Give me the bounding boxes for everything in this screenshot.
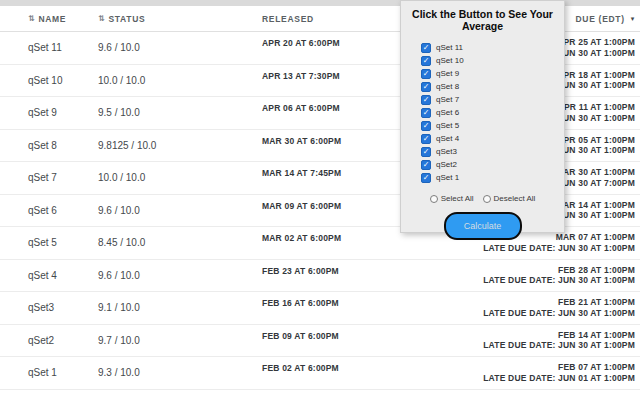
- row-status: 9.3 / 10.0: [98, 367, 262, 378]
- due-date: FEB 14 AT 1:00PM: [432, 330, 635, 341]
- due-date: FEB 28 AT 1:00PM: [432, 265, 635, 276]
- checked-checkbox-icon[interactable]: ✓: [421, 108, 431, 118]
- checkbox-item[interactable]: ✓ qSet 5: [421, 119, 564, 132]
- deselect-all-radio[interactable]: Deselect All: [483, 194, 536, 203]
- sort-icon: ⇅: [98, 14, 105, 23]
- checked-checkbox-icon[interactable]: ✓: [421, 82, 431, 92]
- checkbox-item[interactable]: ✓ qSet 7: [421, 93, 564, 106]
- row-due: FEB 28 AT 1:00PM LATE DUE DATE: JUN 30 A…: [432, 265, 640, 286]
- checkbox-label: qSet 5: [436, 121, 459, 130]
- row-status: 8.45 / 10.0: [98, 237, 262, 248]
- checked-checkbox-icon[interactable]: ✓: [421, 121, 431, 131]
- checked-checkbox-icon[interactable]: ✓: [421, 43, 431, 53]
- row-name: qSet 5: [28, 237, 98, 248]
- checkbox-item[interactable]: ✓ qSet 4: [421, 132, 564, 145]
- radio-unchecked-icon[interactable]: [483, 195, 491, 203]
- row-status: 9.5 / 10.0: [98, 107, 262, 118]
- row-released: FEB 09 AT 6:00PM: [262, 325, 432, 341]
- row-name: qSet 7: [28, 172, 98, 183]
- checkbox-label: qSet 4: [436, 134, 459, 143]
- checkbox-list: ✓ qSet 11 ✓ qSet 10 ✓ qSet 9 ✓ qSet 8 ✓ …: [421, 41, 564, 184]
- sort-icon: ⇅: [28, 14, 35, 23]
- row-name: qSet 8: [28, 140, 98, 151]
- header-released-label: RELEASED: [262, 14, 314, 24]
- select-all-radio[interactable]: Select All: [430, 194, 474, 203]
- header-due-label: DUE (EDT): [576, 14, 625, 24]
- checked-checkbox-icon[interactable]: ✓: [421, 147, 431, 157]
- select-all-label: Select All: [441, 194, 474, 203]
- row-due: FEB 07 AT 1:00PM LATE DUE DATE: JUN 01 A…: [432, 362, 640, 383]
- row-status: 9.6 / 10.0: [98, 205, 262, 216]
- deselect-all-label: Deselect All: [494, 194, 536, 203]
- checkbox-item[interactable]: ✓ qSet 10: [421, 54, 564, 67]
- row-status: 9.1 / 10.0: [98, 302, 262, 313]
- table-row[interactable]: qSet3 9.1 / 10.0 FEB 16 AT 6:00PM FEB 21…: [0, 292, 640, 325]
- checkbox-item[interactable]: ✓ qSet3: [421, 145, 564, 158]
- checkbox-item[interactable]: ✓ qSet 8: [421, 80, 564, 93]
- checked-checkbox-icon[interactable]: ✓: [421, 95, 431, 105]
- late-due-date: LATE DUE DATE: JUN 30 AT 1:00PM: [432, 308, 635, 319]
- row-name: qSet 1: [28, 367, 98, 378]
- table-row[interactable]: qSet 4 9.6 / 10.0 FEB 23 AT 6:00PM FEB 2…: [0, 260, 640, 293]
- due-date: FEB 21 AT 1:00PM: [432, 297, 635, 308]
- checkbox-label: qSet 11: [436, 43, 463, 52]
- checked-checkbox-icon[interactable]: ✓: [421, 69, 431, 79]
- checkbox-item[interactable]: ✓ qSet 11: [421, 41, 564, 54]
- checkbox-item[interactable]: ✓ qSet 6: [421, 106, 564, 119]
- checkbox-label: qSet2: [436, 160, 457, 169]
- late-due-date: LATE DUE DATE: JUN 30 AT 1:00PM: [432, 340, 635, 351]
- checkbox-label: qSet 7: [436, 95, 459, 104]
- checkbox-label: qSet 10: [436, 56, 464, 65]
- row-status: 10.0 / 10.0: [98, 172, 262, 183]
- checkbox-item[interactable]: ✓ qSet 9: [421, 67, 564, 80]
- late-due-date: LATE DUE DATE: JUN 30 AT 1:00PM: [432, 243, 635, 254]
- header-name-label: NAME: [38, 14, 66, 24]
- row-status: 9.6 / 10.0: [98, 270, 262, 281]
- due-date: FEB 07 AT 1:00PM: [432, 362, 635, 373]
- row-status: 9.6 / 10.0: [98, 42, 262, 53]
- table-row[interactable]: qSet 1 9.3 / 10.0 FEB 02 AT 6:00PM FEB 0…: [0, 357, 640, 390]
- row-status: 10.0 / 10.0: [98, 75, 262, 86]
- checkbox-label: qSet 6: [436, 108, 459, 117]
- popup-title: Click the Button to See Your Average: [401, 1, 564, 32]
- row-name: qSet 6: [28, 205, 98, 216]
- row-due: FEB 21 AT 1:00PM LATE DUE DATE: JUN 30 A…: [432, 297, 640, 318]
- checked-checkbox-icon[interactable]: ✓: [421, 134, 431, 144]
- calculate-button[interactable]: Calculate: [444, 212, 522, 240]
- checkbox-label: qSet 1: [436, 173, 459, 182]
- row-name: qSet 10: [28, 75, 98, 86]
- checked-checkbox-icon[interactable]: ✓: [421, 160, 431, 170]
- late-due-date: LATE DUE DATE: JUN 01 AT 1:00PM: [432, 373, 635, 384]
- checked-checkbox-icon[interactable]: ✓: [421, 173, 431, 183]
- checked-checkbox-icon[interactable]: ✓: [421, 56, 431, 66]
- row-name: qSet 4: [28, 270, 98, 281]
- row-status: 9.8125 / 10.0: [98, 140, 262, 151]
- row-released: FEB 02 AT 6:00PM: [262, 357, 432, 373]
- late-due-date: LATE DUE DATE: JUN 30 AT 1:00PM: [432, 275, 635, 286]
- checkbox-label: qSet3: [436, 147, 457, 156]
- row-status: 9.7 / 10.0: [98, 335, 262, 346]
- row-name: qSet2: [28, 335, 98, 346]
- row-released: FEB 16 AT 6:00PM: [262, 292, 432, 308]
- row-due: FEB 14 AT 1:00PM LATE DUE DATE: JUN 30 A…: [432, 330, 640, 351]
- row-name: qSet 9: [28, 107, 98, 118]
- table-row[interactable]: qSet2 9.7 / 10.0 FEB 09 AT 6:00PM FEB 14…: [0, 325, 640, 358]
- header-name[interactable]: ⇅ NAME: [28, 14, 98, 24]
- radio-row: Select All Deselect All: [401, 194, 564, 203]
- row-released: FEB 23 AT 6:00PM: [262, 260, 432, 276]
- header-status[interactable]: ⇅ STATUS: [98, 14, 262, 24]
- header-status-label: STATUS: [108, 14, 145, 24]
- sort-descending-icon: ▾: [631, 15, 635, 23]
- row-name: qSet 11: [28, 42, 98, 53]
- average-calculator-popup: Click the Button to See Your Average ✓ q…: [400, 0, 565, 233]
- checkbox-item[interactable]: ✓ qSet 1: [421, 171, 564, 184]
- row-name: qSet3: [28, 302, 98, 313]
- checkbox-label: qSet 9: [436, 69, 459, 78]
- radio-unchecked-icon[interactable]: [430, 195, 438, 203]
- checkbox-label: qSet 8: [436, 82, 459, 91]
- checkbox-item[interactable]: ✓ qSet2: [421, 158, 564, 171]
